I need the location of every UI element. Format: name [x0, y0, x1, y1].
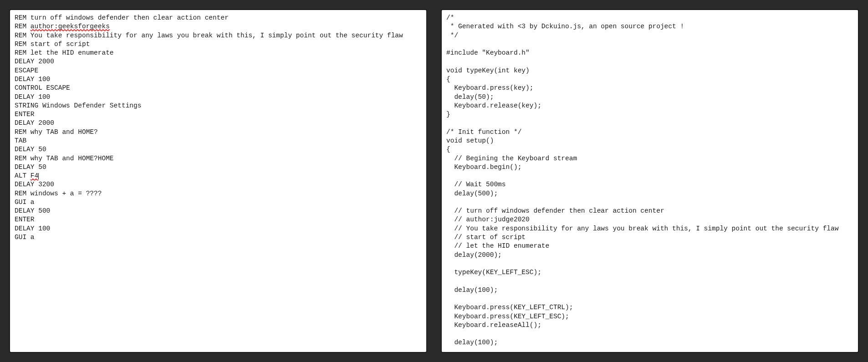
code-line[interactable]: DELAY 50	[15, 145, 422, 154]
code-line[interactable]: ALT F4	[15, 172, 422, 180]
code-line[interactable]: REM start of script	[15, 40, 422, 49]
code-line: void typeKey(int key)	[446, 66, 853, 75]
code-line: delay(2000);	[446, 251, 853, 260]
code-line[interactable]: DELAY 2000	[15, 119, 422, 127]
code-line	[446, 295, 853, 303]
code-line[interactable]: REM why TAB and HOME?HOME	[15, 154, 422, 163]
code-line: // Begining the Keyboard stream	[446, 154, 853, 163]
code-line	[446, 347, 853, 353]
code-line[interactable]: GUI a	[15, 233, 422, 242]
code-line: // Wait 500ms	[446, 180, 853, 189]
code-line[interactable]: DELAY 100	[15, 224, 422, 233]
code-line: // turn off windows defender then clear …	[446, 207, 853, 215]
code-line	[446, 198, 853, 207]
code-line[interactable]: REM windows + a = ????	[15, 189, 422, 198]
code-line: Keyboard.release(key);	[446, 102, 853, 110]
code-line: */	[446, 31, 853, 40]
code-line: Keyboard.begin();	[446, 163, 853, 172]
right-code-content: /* * Generated with <3 by Dckuino.js, an…	[446, 14, 853, 353]
code-line[interactable]: REM You take responsibility for any laws…	[15, 31, 422, 40]
code-line: {	[446, 75, 853, 84]
code-line[interactable]: STRING Windows Defender Settings	[15, 102, 422, 110]
code-line: * Generated with <3 by Dckuino.js, an op…	[446, 22, 853, 31]
code-line: }	[446, 110, 853, 119]
code-line: // author:judge2020	[446, 215, 853, 224]
code-line[interactable]: DELAY 100	[15, 75, 422, 84]
code-line	[446, 119, 853, 127]
code-line[interactable]: DELAY 2000	[15, 57, 422, 66]
code-line[interactable]: DELAY 50	[15, 163, 422, 172]
code-line	[446, 57, 853, 66]
code-line: delay(500);	[446, 189, 853, 198]
code-line	[446, 330, 853, 338]
left-code-content[interactable]: REM turn off windows defender then clear…	[15, 14, 422, 242]
code-line[interactable]: CONTROL ESCAPE	[15, 84, 422, 92]
code-line: // let the HID enumerate	[446, 242, 853, 250]
code-line[interactable]: REM author:geeksforgeeks	[15, 22, 422, 31]
code-line: delay(50);	[446, 93, 853, 102]
right-code-editor[interactable]: /* * Generated with <3 by Dckuino.js, an…	[441, 9, 859, 353]
code-line[interactable]: REM why TAB and HOME?	[15, 128, 422, 137]
code-line	[446, 172, 853, 180]
left-code-editor[interactable]: REM turn off windows defender then clear…	[9, 9, 427, 353]
code-line: Keyboard.press(key);	[446, 84, 853, 92]
code-line	[446, 277, 853, 286]
code-line	[446, 40, 853, 49]
code-line[interactable]: REM turn off windows defender then clear…	[15, 14, 422, 22]
code-line: delay(100);	[446, 338, 853, 347]
code-line: /* Init function */	[446, 128, 853, 137]
spellcheck-error: F4	[31, 172, 38, 179]
code-line: #include "Keyboard.h"	[446, 49, 853, 57]
code-line[interactable]: DELAY 3200	[15, 180, 422, 189]
code-line: // You take responsibility for any laws …	[446, 224, 853, 233]
code-line	[446, 260, 853, 268]
code-line[interactable]: ENTER	[15, 215, 422, 224]
code-line[interactable]: DELAY 500	[15, 207, 422, 215]
code-line: /*	[446, 14, 853, 22]
code-line: Keyboard.releaseAll();	[446, 321, 853, 330]
code-line: Keyboard.press(KEY_LEFT_ESC);	[446, 312, 853, 321]
code-line: Keyboard.press(KEY_LEFT_CTRL);	[446, 303, 853, 312]
code-line: delay(100);	[446, 286, 853, 295]
code-line[interactable]: DELAY 100	[15, 93, 422, 102]
code-line[interactable]: ESCAPE	[15, 66, 422, 75]
code-line: // start of script	[446, 233, 853, 242]
code-line[interactable]: ENTER	[15, 110, 422, 119]
spellcheck-error: author:geeksforgeeks	[31, 23, 110, 30]
code-line: {	[446, 145, 853, 154]
code-line[interactable]: REM let the HID enumerate	[15, 49, 422, 57]
code-line: typeKey(KEY_LEFT_ESC);	[446, 268, 853, 277]
code-line: void setup()	[446, 137, 853, 145]
code-line[interactable]: TAB	[15, 137, 422, 145]
code-line[interactable]: GUI a	[15, 198, 422, 207]
